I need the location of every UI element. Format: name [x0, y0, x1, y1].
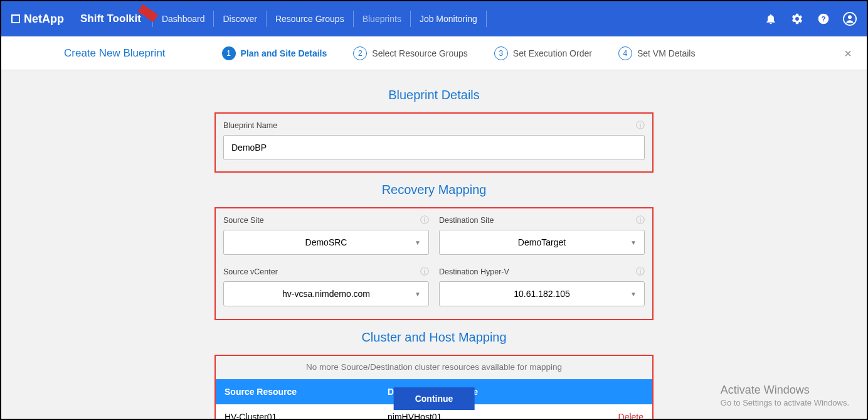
info-icon[interactable]: ⓘ	[420, 266, 429, 277]
wizard-step-3[interactable]: 3 Set Execution Order	[494, 46, 592, 60]
row-source-value: HV-Cluster01	[225, 412, 388, 420]
blueprint-details-box: Blueprint Name ⓘ	[214, 112, 654, 173]
step-label: Plan and Site Details	[241, 48, 327, 58]
watermark-sub: Go to Settings to activate Windows.	[721, 398, 849, 407]
source-site-select[interactable]: DemoSRC ▼	[223, 230, 429, 255]
wizard-header: Create New Blueprint 1 Plan and Site Det…	[1, 36, 867, 70]
netapp-icon	[11, 14, 20, 23]
nav-separator	[213, 11, 214, 27]
user-icon[interactable]	[843, 12, 857, 26]
continue-button[interactable]: Continue	[394, 387, 475, 410]
brand-text: NetApp	[24, 13, 64, 26]
svg-point-3	[848, 15, 852, 19]
chevron-down-icon: ▼	[630, 291, 637, 298]
nav-resource-groups[interactable]: Resource Groups	[275, 14, 344, 24]
wizard-step-1[interactable]: 1 Plan and Site Details	[222, 46, 327, 60]
wizard-step-4[interactable]: 4 Set VM Details	[618, 46, 696, 60]
help-icon[interactable]: ?	[817, 12, 830, 26]
topbar: NetApp Shift Toolkit Dashboard Discover …	[1, 1, 867, 36]
nav-separator	[486, 11, 487, 27]
nav-blueprints[interactable]: Blueprints	[363, 14, 401, 24]
info-icon[interactable]: ⓘ	[636, 215, 645, 226]
nav-dashboard[interactable]: Dashboard	[162, 14, 205, 24]
mapping-empty-message: No more Source/Destination cluster resou…	[216, 356, 652, 379]
info-icon[interactable]: ⓘ	[420, 215, 429, 226]
blueprint-name-input[interactable]	[223, 135, 645, 160]
product-name: Shift Toolkit	[80, 13, 141, 25]
step-number-icon: 1	[222, 46, 236, 60]
windows-activation-watermark: Activate Windows Go to Settings to activ…	[721, 384, 849, 407]
row-dest-value: nimHVHost01	[388, 412, 600, 420]
section-title-cluster: Cluster and Host Mapping	[1, 330, 867, 345]
section-title-recovery: Recovery Mapping	[1, 183, 867, 197]
bell-icon[interactable]	[764, 12, 778, 26]
nav-separator	[410, 11, 411, 27]
nav-job-monitoring[interactable]: Job Monitoring	[420, 14, 477, 24]
gear-icon[interactable]	[790, 12, 804, 26]
source-site-label: Source Site ⓘ	[223, 215, 429, 226]
info-icon[interactable]: ⓘ	[636, 266, 645, 277]
svg-text:?: ?	[821, 14, 825, 23]
nav-discover[interactable]: Discover	[223, 14, 257, 24]
destination-site-select[interactable]: DemoTarget ▼	[439, 230, 645, 255]
step-label: Set Execution Order	[513, 48, 592, 58]
step-label: Set VM Details	[637, 48, 696, 58]
row-delete-link[interactable]: Delete	[600, 412, 643, 420]
info-icon[interactable]: ⓘ	[636, 120, 645, 131]
nav-separator	[266, 11, 267, 27]
chevron-down-icon: ▼	[415, 291, 421, 298]
step-label: Select Resource Groups	[372, 48, 468, 58]
destination-hyperv-select[interactable]: 10.61.182.105 ▼	[439, 281, 645, 306]
destination-site-label: Destination Site ⓘ	[439, 215, 645, 226]
wizard-content: Blueprint Details Blueprint Name ⓘ Recov…	[1, 70, 867, 420]
wizard-step-2[interactable]: 2 Select Resource Groups	[353, 46, 468, 60]
wizard-title: Create New Blueprint	[64, 47, 166, 60]
source-vcenter-select[interactable]: hv-vcsa.nimdemo.com ▼	[223, 281, 429, 306]
destination-hyperv-label: Destination Hyper-V ⓘ	[439, 266, 645, 277]
step-number-icon: 4	[618, 46, 632, 60]
brand-logo[interactable]: NetApp	[11, 13, 64, 26]
chevron-down-icon: ▼	[630, 239, 637, 246]
col-source-resource: Source Resource	[225, 387, 388, 397]
section-title-details: Blueprint Details	[1, 88, 867, 102]
source-vcenter-label: Source vCenter ⓘ	[223, 266, 429, 277]
watermark-title: Activate Windows	[721, 384, 849, 397]
blueprint-name-label: Blueprint Name ⓘ	[223, 120, 645, 131]
step-number-icon: 3	[494, 46, 508, 60]
recovery-mapping-box: Source Site ⓘ DemoSRC ▼ Destination Site…	[214, 207, 654, 320]
chevron-down-icon: ▼	[415, 239, 421, 246]
nav-separator	[353, 11, 354, 27]
close-icon[interactable]: ×	[844, 46, 852, 61]
step-number-icon: 2	[353, 46, 367, 60]
